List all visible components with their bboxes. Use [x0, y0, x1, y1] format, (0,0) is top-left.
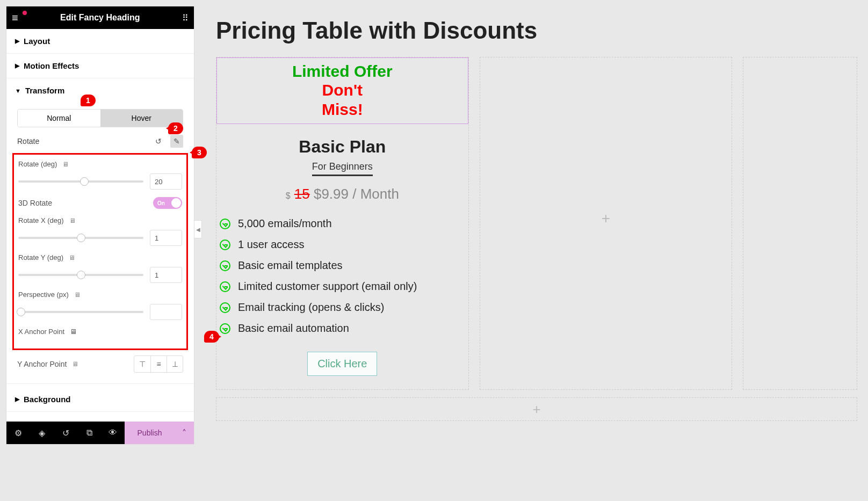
offer-line-2: Don't — [226, 81, 459, 100]
check-circle-icon — [220, 219, 230, 229]
tab-normal[interactable]: Normal — [18, 110, 100, 127]
rotate-x-input[interactable] — [150, 230, 182, 246]
y-anchor-row: Y Anchor Point 🖥 ⊤ ≡ ⊥ — [6, 350, 194, 378]
state-tabs: Normal Hover — [17, 109, 183, 127]
toggle-on-label: On — [157, 200, 165, 206]
editor-sidebar: ≡ Edit Fancy Heading ⠿ ▶ Layout ▶ Motion… — [6, 6, 194, 445]
chevron-right-icon: ▶ — [15, 62, 19, 69]
list-item: Email tracking (opens & clicks) — [220, 297, 465, 318]
rotate-y-slider[interactable] — [18, 274, 143, 276]
offer-line-1: Limited Offer — [226, 62, 459, 81]
feature-list: 5,000 emails/month 1 user access Basic e… — [216, 213, 468, 339]
list-item: 1 user access — [220, 234, 465, 255]
list-item: Basic email automation — [220, 318, 465, 339]
check-circle-icon — [220, 239, 230, 250]
feature-text: Limited customer support (email only) — [238, 280, 417, 293]
rotate-deg-label: Rotate (deg) — [18, 160, 57, 168]
section-layout-label: Layout — [24, 37, 50, 46]
section-transform-label: Transform — [25, 86, 64, 95]
cta-button[interactable]: Click Here — [307, 352, 377, 376]
notification-dot-icon — [23, 11, 27, 15]
reset-icon[interactable]: ↺ — [152, 135, 165, 148]
feature-text: Basic email automation — [238, 322, 349, 335]
annotation-badge-1: 1 — [81, 95, 96, 106]
rotate-3d-label: 3D Rotate — [18, 199, 52, 207]
page-title: Pricing Table with Discounts — [216, 17, 857, 44]
pricing-column-1[interactable]: Limited Offer Don't Miss! Basic Plan For… — [216, 57, 469, 390]
responsive-desktop-icon[interactable]: 🖥 — [74, 291, 81, 299]
anchor-bottom-button[interactable]: ⊥ — [167, 356, 183, 372]
annotation-badge-4: 4 — [204, 331, 219, 343]
responsive-desktop-icon[interactable]: 🖥 — [69, 217, 76, 224]
chevron-right-icon: ▶ — [15, 396, 19, 403]
feature-text: Email tracking (opens & clicks) — [238, 301, 384, 314]
apps-grid-icon[interactable]: ⠿ — [182, 13, 189, 23]
rotate-y-input[interactable] — [150, 267, 182, 283]
rotate-x-slider[interactable] — [18, 237, 143, 239]
price-currency: $ — [286, 191, 291, 200]
pricing-column-2[interactable]: + — [480, 57, 733, 390]
responsive-desktop-icon[interactable]: 🖥 — [62, 161, 69, 168]
y-anchor-label: Y Anchor Point — [17, 360, 67, 368]
sidebar-header: ≡ Edit Fancy Heading ⠿ — [6, 6, 194, 29]
plan-subtitle: For Beginners — [312, 161, 373, 176]
offer-line-3: Miss! — [226, 100, 459, 119]
history-icon[interactable]: ↺ — [54, 422, 77, 444]
feature-text: 5,000 emails/month — [238, 217, 332, 230]
offer-heading-widget[interactable]: Limited Offer Don't Miss! — [216, 57, 468, 124]
section-layout[interactable]: ▶ Layout — [6, 29, 194, 54]
section-background-label: Background — [24, 395, 71, 404]
perspective-label: Perspective (px) — [18, 291, 69, 299]
chevron-right-icon: ▶ — [15, 38, 19, 45]
add-widget-icon[interactable]: + — [602, 210, 610, 227]
check-circle-icon — [220, 302, 230, 313]
responsive-desktop-icon[interactable]: 🖥 — [70, 328, 77, 336]
pricing-column-3[interactable] — [743, 57, 857, 390]
price-old: 15 — [294, 186, 310, 202]
check-circle-icon — [220, 260, 230, 271]
plan-name: Basic Plan — [216, 137, 468, 157]
navigator-layers-icon[interactable]: ◈ — [30, 422, 54, 444]
sidebar-body: ▶ Layout ▶ Motion Effects ▼ Transform No… — [6, 29, 194, 422]
list-item: 5,000 emails/month — [220, 213, 465, 234]
price-row: $ 15 $9.99 / Month — [216, 186, 468, 202]
publish-options-button[interactable]: ˄ — [175, 422, 194, 444]
settings-gear-icon[interactable]: ⚙ — [6, 422, 30, 444]
responsive-desktop-icon[interactable]: 🖥 — [72, 360, 78, 368]
perspective-input[interactable] — [150, 304, 182, 320]
menu-icon[interactable]: ≡ — [12, 12, 18, 24]
responsive-desktop-icon[interactable]: 🖥 — [69, 254, 75, 262]
anchor-middle-button[interactable]: ≡ — [150, 356, 167, 372]
annotation-badge-2: 2 — [168, 122, 183, 134]
chevron-down-icon: ▼ — [15, 88, 21, 94]
annotation-badge-3: 3 — [192, 147, 207, 158]
section-motion-effects[interactable]: ▶ Motion Effects — [6, 54, 194, 78]
x-anchor-label: X Anchor Point — [18, 328, 64, 336]
add-section-button[interactable]: + — [216, 397, 857, 421]
rotate-label: Rotate — [17, 137, 39, 146]
perspective-slider[interactable] — [18, 311, 143, 313]
preview-eye-icon[interactable]: 👁 — [101, 422, 125, 444]
feature-text: 1 user access — [238, 238, 304, 251]
editor-canvas: Pricing Table with Discounts Limited Off… — [209, 0, 868, 501]
rotate-x-label: Rotate X (deg) — [18, 216, 64, 224]
edit-pencil-icon[interactable]: ✎ — [170, 135, 183, 148]
section-background[interactable]: ▶ Background — [6, 383, 194, 411]
list-item: Basic email templates — [220, 255, 465, 276]
check-circle-icon — [220, 281, 230, 292]
rotate-deg-slider[interactable] — [18, 180, 143, 183]
collapse-sidebar-handle[interactable]: ◀ — [194, 220, 202, 238]
list-item: Limited customer support (email only) — [220, 276, 465, 297]
responsive-mode-icon[interactable]: ⧉ — [77, 422, 101, 444]
publish-button[interactable]: Publish — [125, 422, 175, 444]
price-new: $9.99 / Month — [314, 186, 399, 202]
rotate-deg-input[interactable] — [150, 173, 182, 190]
feature-text: Basic email templates — [238, 259, 343, 272]
section-motion-label: Motion Effects — [24, 61, 79, 70]
anchor-top-button[interactable]: ⊤ — [134, 356, 150, 372]
highlighted-settings-box: Rotate (deg) 🖥 3D Rotate On — [12, 153, 188, 350]
pricing-columns: Limited Offer Don't Miss! Basic Plan For… — [216, 57, 857, 390]
rotate-y-label: Rotate Y (deg) — [18, 253, 63, 262]
rotate-3d-toggle[interactable]: On — [153, 197, 182, 209]
sidebar-title: Edit Fancy Heading — [60, 13, 140, 23]
